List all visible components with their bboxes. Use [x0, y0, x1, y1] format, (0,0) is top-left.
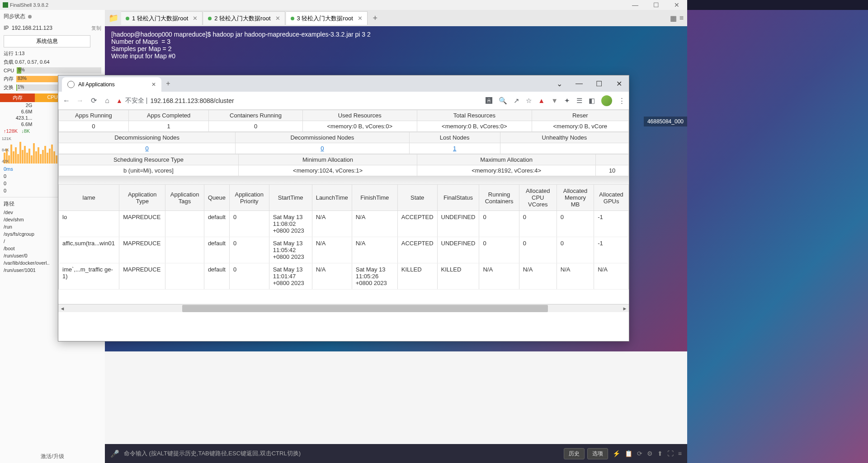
browser-scrollbar[interactable]: ◄ ►: [58, 304, 629, 312]
options-button[interactable]: 选项: [587, 448, 608, 459]
url-text: 192.168.211.123:8088/cluster: [150, 97, 234, 104]
sync-label: 同步状态: [4, 13, 25, 20]
copy-ip-button[interactable]: 复制: [91, 25, 101, 32]
column-header[interactable]: FinalStatus: [437, 185, 479, 211]
browser-minimize[interactable]: —: [569, 75, 589, 92]
cluster-metrics-3: Scheduling Resource TypeMinimum Allocati…: [58, 154, 629, 176]
column-header[interactable]: Allocated CPU VCores: [519, 185, 557, 211]
browser-tab[interactable]: All Applications ✕: [62, 77, 161, 92]
gear-icon[interactable]: ⚙: [647, 450, 653, 457]
ip-label: IP: [4, 25, 9, 31]
column-header[interactable]: Application Type: [119, 185, 165, 211]
mem-label: 内存: [4, 75, 14, 82]
close-button[interactable]: ✕: [666, 0, 687, 10]
column-header[interactable]: Allocated Memory MB: [557, 185, 594, 211]
app-logo-icon: [3, 2, 8, 8]
ip-value: 192.168.211.123: [12, 25, 52, 31]
column-header[interactable]: lame: [59, 185, 119, 211]
bolt-icon[interactable]: ⚡: [613, 450, 620, 457]
cpu-label: CPU: [4, 68, 14, 73]
browser-content: Apps RunningApps CompletedContainers Run…: [58, 110, 629, 304]
column-header[interactable]: Running Containers: [479, 185, 519, 211]
back-button[interactable]: ←: [62, 97, 71, 105]
column-header[interactable]: Allocated GPUs: [594, 185, 629, 211]
ext-icon-1[interactable]: ▲: [538, 97, 545, 104]
browser-close[interactable]: ✕: [609, 75, 629, 92]
browser-dropdown-icon[interactable]: ⌄: [549, 75, 569, 92]
extensions-icon[interactable]: ✦: [564, 97, 570, 105]
tab-close-icon[interactable]: ✕: [358, 15, 363, 22]
status-dot-icon: [291, 17, 294, 20]
profile-avatar[interactable]: [601, 95, 612, 106]
minimize-button[interactable]: —: [625, 0, 646, 10]
browser-new-tab[interactable]: +: [161, 75, 175, 92]
table-row[interactable]: ime`,...m_traffic ge-1)MAPREDUCEdefault0…: [59, 263, 629, 290]
command-input[interactable]: 命令输入 (按ALT键提示历史,TAB键路径,ESC键返回,双击CTRL切换): [124, 449, 559, 458]
ext-icon-2[interactable]: ▼: [551, 97, 558, 104]
browser-window: All Applications ✕ + ⌄ — ☐ ✕ ← → ⟳ ⌂ ▲ 不…: [58, 75, 629, 341]
column-header[interactable]: State: [397, 185, 437, 211]
share-icon[interactable]: ↗: [514, 97, 519, 105]
app-id-fragment: 46885084_000: [644, 117, 687, 126]
table-row[interactable]: affic,sum(tra...win01MAPREDUCEdefault0Sa…: [59, 237, 629, 263]
scroll-right-icon[interactable]: ►: [621, 306, 629, 311]
list-view-icon[interactable]: ≡: [679, 14, 684, 23]
mic-icon[interactable]: 🎤: [110, 449, 119, 458]
history-button[interactable]: 历史: [564, 448, 585, 459]
reading-list-icon[interactable]: ☰: [576, 97, 582, 105]
forward-button[interactable]: →: [75, 97, 85, 105]
maximize-button[interactable]: ☐: [646, 0, 666, 10]
browser-tab-close[interactable]: ✕: [151, 81, 156, 88]
column-header[interactable]: StartTime: [269, 185, 312, 211]
status-dot-icon: [208, 17, 212, 20]
tab-close-icon[interactable]: ✕: [193, 15, 198, 22]
session-tab[interactable]: 3 轻松入门大数据root✕: [286, 11, 368, 25]
session-tab[interactable]: 1 轻松入门大数据root✕: [121, 11, 203, 25]
metric-link[interactable]: 0: [321, 145, 324, 152]
table-row[interactable]: loMAPREDUCEdefault0Sat May 13 11:08:02 +…: [59, 211, 629, 237]
window-controls: — ☐ ✕: [625, 0, 687, 10]
add-tab-button[interactable]: +: [368, 14, 382, 23]
metric-link[interactable]: 1: [453, 145, 456, 152]
cluster-metrics-1: Apps RunningApps CompletedContainers Run…: [58, 110, 629, 132]
system-info-button[interactable]: 系统信息: [4, 35, 90, 47]
net-up: ↑128K: [4, 128, 18, 134]
home-button[interactable]: ⌂: [103, 97, 112, 105]
swap-label: 交换: [4, 84, 14, 91]
menu-icon[interactable]: ≡: [678, 450, 682, 457]
sidepanel-icon[interactable]: ◧: [589, 97, 595, 105]
expand-icon[interactable]: ⛶: [667, 450, 674, 457]
titlebar: FinalShell 3.9.8.2: [0, 0, 687, 10]
globe-icon: [67, 81, 75, 88]
activate-link[interactable]: 激活/升级: [0, 453, 105, 460]
tab-close-icon[interactable]: ✕: [275, 15, 280, 22]
grid-view-icon[interactable]: ▦: [670, 14, 677, 23]
tab-bar: 📁 1 轻松入门大数据root✕2 轻松入门大数据root✕3 轻松入门大数据r…: [105, 10, 687, 26]
browser-maximize[interactable]: ☐: [589, 75, 609, 92]
session-tab[interactable]: 2 轻松入门大数据root✕: [203, 11, 285, 25]
url-bar[interactable]: ▲ 不安全 | 192.168.211.123:8088/cluster: [116, 97, 481, 105]
translate-icon[interactable]: 🅰: [486, 97, 492, 104]
proc-header-mem: 内存: [0, 94, 35, 102]
runtime-label: 运行 1:13: [0, 49, 105, 58]
column-header[interactable]: FinishTime: [352, 185, 397, 211]
warning-icon: ▲: [116, 97, 123, 104]
upload-icon[interactable]: ⬆: [657, 450, 663, 457]
clipboard-icon[interactable]: 📋: [625, 450, 632, 457]
status-dot-icon: [126, 17, 129, 20]
scroll-left-icon[interactable]: ◄: [58, 306, 66, 311]
metric-link[interactable]: 0: [146, 145, 149, 152]
star-icon[interactable]: ☆: [526, 97, 532, 105]
app-title: FinalShell 3.9.8.2: [10, 2, 48, 8]
reload-button[interactable]: ⟳: [89, 96, 98, 105]
column-header[interactable]: Queue: [204, 185, 229, 211]
browser-menu-icon[interactable]: ⋮: [618, 97, 625, 105]
scroll-thumb[interactable]: [182, 305, 548, 312]
column-header[interactable]: Application Priority: [229, 185, 269, 211]
zoom-icon[interactable]: 🔍: [499, 97, 507, 105]
browser-tab-title: All Applications: [78, 81, 115, 88]
column-header[interactable]: LaunchTime: [312, 185, 352, 211]
refresh-icon[interactable]: ⟳: [637, 450, 642, 457]
folder-icon[interactable]: 📁: [107, 11, 120, 25]
column-header[interactable]: Application Tags: [165, 185, 204, 211]
